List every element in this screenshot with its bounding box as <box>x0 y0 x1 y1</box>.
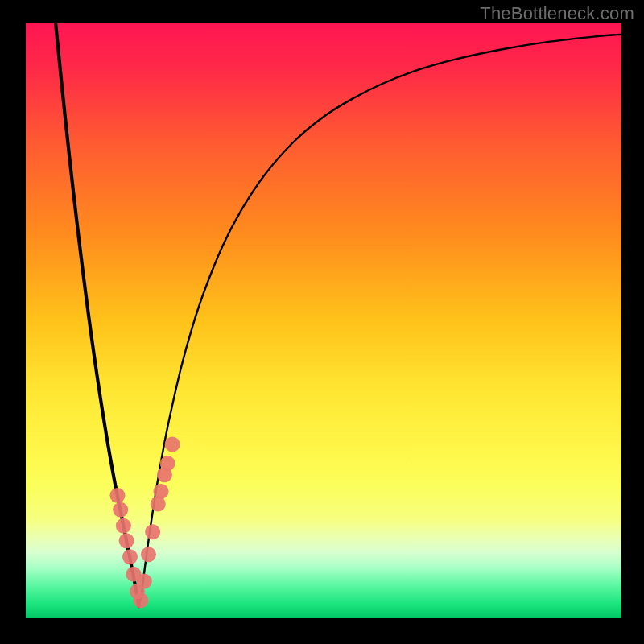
data-marker <box>133 592 148 608</box>
data-marker <box>116 518 131 534</box>
chart-frame: TheBottleneck.com <box>0 0 644 644</box>
data-marker <box>160 456 175 471</box>
gradient-background <box>26 23 621 618</box>
data-marker <box>153 484 168 499</box>
data-marker <box>145 524 160 539</box>
data-marker <box>122 549 138 564</box>
chart-svg <box>26 23 621 618</box>
data-marker <box>119 533 134 548</box>
chart-plot-area <box>26 23 621 618</box>
watermark-text: TheBottleneck.com <box>480 3 634 24</box>
data-marker <box>113 502 128 518</box>
data-marker <box>165 436 180 452</box>
data-marker <box>137 574 152 589</box>
data-marker <box>109 488 125 503</box>
data-marker <box>141 547 156 562</box>
